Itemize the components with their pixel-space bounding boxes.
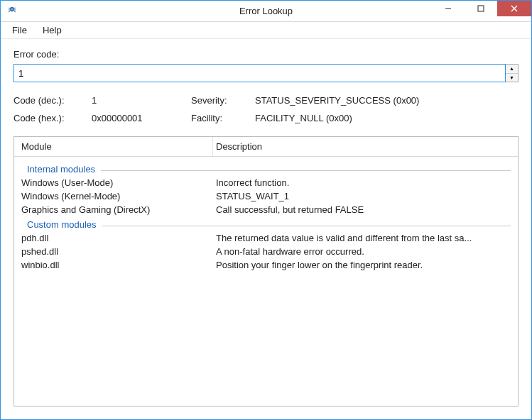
facility-value: FACILITY_NULL (0x00): [255, 113, 519, 123]
svg-line-2: [9, 8, 10, 9]
error-code-label: Error code:: [13, 49, 519, 60]
maximize-button[interactable]: [465, 1, 497, 16]
cell-module: pdh.dll: [14, 233, 213, 243]
chevron-down-icon: ▼: [509, 75, 514, 80]
group-header[interactable]: Internal modules: [14, 161, 518, 176]
cell-module: Windows (Kernel-Mode): [14, 191, 213, 201]
svg-line-7: [14, 11, 16, 12]
window-controls: [432, 1, 531, 21]
cell-description: Incorrect function.: [213, 177, 518, 188]
code-hex-value: 0x00000001: [92, 113, 191, 123]
menu-file[interactable]: File: [5, 23, 34, 37]
minimize-button[interactable]: [432, 1, 465, 16]
group-divider: [102, 226, 511, 226]
maximize-icon: [477, 5, 484, 12]
error-code-input[interactable]: [13, 64, 506, 82]
close-icon: [511, 5, 518, 12]
cell-module: pshed.dll: [14, 246, 213, 257]
cell-description: Position your finger lower on the finger…: [213, 260, 518, 270]
content-area: Error code: ▲ ▼ Code (dec.): 1 Severity:…: [1, 39, 531, 419]
table-row[interactable]: winbio.dllPosition your finger lower on …: [14, 258, 518, 272]
chevron-up-icon: ▲: [509, 66, 514, 71]
app-window: Error Lookup File Help Error code: ▲: [0, 0, 532, 420]
svg-point-1: [11, 8, 13, 10]
code-dec-value: 1: [92, 95, 191, 106]
facility-label: Facility:: [191, 113, 255, 123]
group-header[interactable]: Custom modules: [14, 216, 518, 231]
svg-line-3: [14, 8, 16, 9]
cell-module: winbio.dll: [14, 260, 213, 270]
close-button[interactable]: [497, 1, 531, 16]
titlebar[interactable]: Error Lookup: [1, 1, 531, 22]
cell-description: STATUS_WAIT_1: [213, 191, 518, 201]
cell-description: The returned data value is valid and dif…: [213, 233, 518, 243]
svg-rect-9: [478, 6, 484, 11]
table-body: Internal modulesWindows (User-Mode)Incor…: [14, 157, 518, 406]
cell-module: Graphics and Gaming (DirectX): [14, 204, 213, 215]
info-grid: Code (dec.): 1 Severity: STATUS_SEVERITY…: [13, 95, 519, 123]
severity-value: STATUS_SEVERITY_SUCCESS (0x00): [255, 95, 519, 106]
cell-description: Call successful, but returned FALSE: [213, 204, 518, 215]
table-row[interactable]: pdh.dllThe returned data value is valid …: [14, 231, 518, 245]
column-header-description[interactable]: Description: [213, 141, 518, 152]
menubar: File Help: [1, 22, 531, 39]
severity-label: Severity:: [191, 95, 255, 106]
minimize-icon: [445, 5, 452, 12]
table-row[interactable]: Graphics and Gaming (DirectX)Call succes…: [14, 203, 518, 216]
group-title: Custom modules: [27, 219, 97, 230]
app-icon: [6, 6, 18, 17]
spinner-up-button[interactable]: ▲: [506, 65, 518, 74]
cell-module: Windows (User-Mode): [14, 177, 213, 188]
group-title: Internal modules: [27, 164, 95, 175]
menu-help[interactable]: Help: [36, 23, 69, 37]
cell-description: A non-fatal hardware error occurred.: [213, 246, 518, 257]
table-row[interactable]: Windows (User-Mode)Incorrect function.: [14, 176, 518, 189]
error-code-row: ▲ ▼: [13, 64, 519, 82]
table-row[interactable]: Windows (Kernel-Mode)STATUS_WAIT_1: [14, 189, 518, 203]
table-row[interactable]: pshed.dllA non-fatal hardware error occu…: [14, 245, 518, 258]
table-header: Module Description: [14, 137, 518, 157]
code-dec-label: Code (dec.):: [13, 95, 92, 106]
spinner: ▲ ▼: [506, 64, 519, 82]
group-divider: [101, 170, 511, 171]
spinner-down-button[interactable]: ▼: [506, 74, 518, 82]
code-hex-label: Code (hex.):: [13, 113, 92, 123]
results-table: Module Description Internal modulesWindo…: [13, 136, 519, 407]
svg-line-6: [9, 11, 10, 12]
column-header-module[interactable]: Module: [14, 137, 213, 156]
